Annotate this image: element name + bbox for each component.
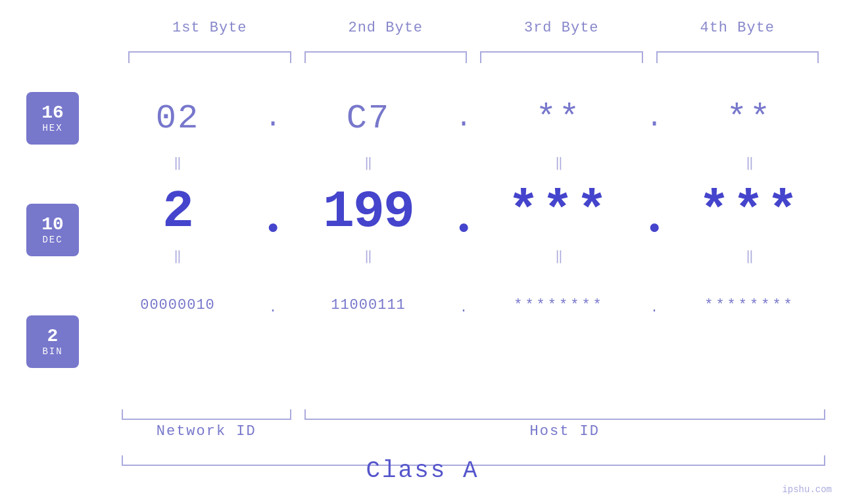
class-label: Class A — [0, 457, 845, 484]
dec-byte4: *** — [667, 182, 832, 242]
hex-byte3-val: ** — [536, 99, 582, 138]
hex-byte3: ** — [477, 99, 641, 138]
equals-row-1: ‖ ‖ ‖ ‖ — [95, 152, 832, 172]
top-bracket-2 — [304, 51, 468, 63]
equals-row-2: ‖ ‖ ‖ ‖ — [95, 246, 832, 265]
bin-byte2: 11000111 — [286, 297, 450, 313]
dec-byte1: 2 — [95, 182, 260, 242]
eq1-b2: ‖ — [286, 154, 450, 171]
bin-byte3-val: ******** — [514, 297, 604, 313]
bin-dot1: . — [260, 300, 286, 315]
hex-row: 02 . C7 . ** . ** — [95, 85, 832, 151]
dec-byte2: 199 — [286, 182, 450, 242]
eq1-b1: ‖ — [95, 154, 260, 171]
hex-badge: 16 HEX — [26, 92, 79, 145]
bin-badge-label: BIN — [42, 346, 62, 357]
eq1-b4: ‖ — [667, 154, 832, 171]
host-id-bracket — [304, 409, 826, 420]
hex-byte4-val: ** — [727, 99, 773, 138]
dec-dot2: ● — [450, 217, 477, 239]
hex-badge-num: 16 — [41, 103, 64, 124]
bin-byte1-val: 00000010 — [140, 297, 215, 313]
byte4-header: 4th Byte — [650, 20, 826, 36]
eq2-b1: ‖ — [95, 248, 260, 264]
hex-byte2-val: C7 — [347, 99, 390, 138]
hex-badge-label: HEX — [42, 123, 62, 133]
dec-dot3: ● — [641, 217, 667, 239]
bin-byte2-val: 11000111 — [331, 297, 406, 313]
byte3-header: 3rd Byte — [473, 20, 650, 36]
badges: 16 HEX 10 DEC 2 BIN — [26, 92, 79, 368]
dec-byte3-val: *** — [508, 182, 610, 242]
dec-badge-num: 10 — [41, 215, 64, 235]
byte2-header: 2nd Byte — [298, 20, 474, 36]
dec-byte1-val: 2 — [162, 182, 193, 242]
byte-headers: 1st Byte 2nd Byte 3rd Byte 4th Byte — [122, 20, 825, 36]
network-id-label: Network ID — [122, 423, 291, 440]
bin-dot3: . — [641, 300, 667, 315]
bin-byte4: ******** — [667, 297, 832, 313]
dec-byte2-val: 199 — [323, 182, 414, 242]
bin-badge: 2 BIN — [26, 315, 79, 368]
hex-dot1: . — [260, 103, 286, 134]
bin-byte3: ******** — [477, 297, 641, 313]
hex-dot3: . — [641, 103, 667, 134]
hex-dot2: . — [450, 103, 477, 134]
bin-badge-num: 2 — [47, 327, 59, 347]
hex-byte1: 02 — [95, 99, 260, 138]
dec-dot1: ● — [260, 217, 286, 239]
hex-byte1-val: 02 — [156, 99, 199, 138]
hex-byte4: ** — [667, 99, 832, 138]
host-id-label: Host ID — [304, 423, 826, 440]
byte1-header: 1st Byte — [122, 20, 298, 36]
top-bracket-3 — [480, 51, 643, 63]
eq2-b2: ‖ — [286, 248, 450, 264]
bin-byte1: 00000010 — [95, 297, 260, 313]
eq1-b3: ‖ — [477, 154, 641, 171]
eq2-b3: ‖ — [477, 248, 641, 264]
eq2-b4: ‖ — [667, 248, 832, 264]
bin-byte4-val: ******** — [704, 297, 795, 313]
dec-row: 2 ● 199 ● *** ● *** — [95, 179, 832, 244]
dec-byte3: *** — [477, 182, 641, 242]
main-container: 1st Byte 2nd Byte 3rd Byte 4th Byte 16 H… — [0, 0, 845, 504]
hex-byte2: C7 — [286, 99, 450, 138]
top-bracket-1 — [128, 51, 291, 63]
network-id-bracket — [122, 409, 291, 420]
bin-dot2: . — [450, 300, 477, 315]
bin-row: 00000010 . 11000111 . ******** . *******… — [95, 272, 832, 338]
dec-badge: 10 DEC — [26, 204, 79, 256]
dec-badge-label: DEC — [42, 235, 62, 245]
top-bracket-4 — [656, 51, 819, 63]
top-brackets — [122, 51, 825, 63]
watermark: ipshu.com — [782, 484, 832, 495]
dec-byte4-val: *** — [698, 182, 801, 242]
content-area: 02 . C7 . ** . ** ‖ ‖ ‖ ‖ — [95, 66, 832, 338]
